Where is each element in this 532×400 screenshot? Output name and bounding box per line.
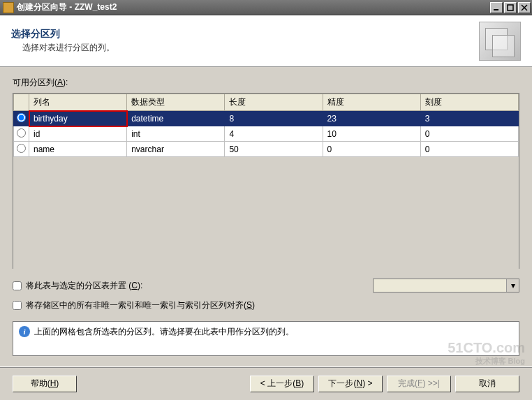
collocate-combo[interactable]: ▾	[373, 279, 519, 292]
cell-precision: 0	[323, 142, 420, 157]
col-header-scale[interactable]: 刻度	[420, 94, 518, 111]
maximize-button[interactable]	[504, 2, 517, 13]
footer: 帮助(H) < 上一步(B) 下一步(N) > 完成(F) >>| 取消	[0, 366, 532, 400]
close-button[interactable]	[518, 2, 531, 13]
cell-precision: 10	[323, 126, 420, 142]
table-row[interactable]: birthydaydatetime8233	[14, 111, 519, 126]
cell-scale: 0	[420, 126, 518, 142]
cell-precision: 23	[323, 111, 420, 126]
page-subtitle: 选择对表进行分区的列。	[22, 42, 479, 54]
align-checkbox[interactable]	[13, 301, 22, 310]
finish-button: 完成(F) >>|	[387, 376, 451, 392]
cell-scale: 3	[420, 111, 518, 126]
col-header-length[interactable]: 长度	[225, 94, 323, 111]
table-empty-area	[13, 157, 519, 272]
align-label: 将存储区中的所有非唯一索引和唯一索引与索引分区列对齐(S)	[26, 299, 255, 311]
chevron-down-icon: ▾	[506, 279, 519, 292]
cell-name: birthyday	[29, 111, 127, 126]
col-header-type[interactable]: 数据类型	[127, 94, 225, 111]
cell-name: id	[29, 126, 127, 142]
columns-table[interactable]: 列名 数据类型 长度 精度 刻度 birthydaydatetime8233id…	[13, 93, 519, 269]
cancel-button[interactable]: 取消	[455, 376, 519, 392]
available-columns-label: 可用分区列(A):	[13, 77, 519, 89]
col-header-name[interactable]: 列名	[29, 94, 127, 111]
cell-type: int	[127, 126, 225, 142]
wizard-graphic	[479, 22, 521, 61]
collocate-label: 将此表与选定的分区表并置 (C):	[26, 280, 142, 292]
collocate-row: 将此表与选定的分区表并置 (C): ▾	[13, 279, 519, 292]
wizard-header: 选择分区列 选择对表进行分区的列。	[0, 15, 532, 67]
info-text: 上面的网格包含所选表的分区列。请选择要在此表中用作分区列的列。	[34, 326, 294, 338]
app-icon	[3, 2, 14, 13]
col-header-precision[interactable]: 精度	[323, 94, 420, 111]
info-icon: i	[19, 326, 30, 337]
help-button[interactable]: 帮助(H)	[13, 376, 77, 392]
next-button[interactable]: 下一步(N) >	[318, 376, 383, 392]
radio-header	[14, 94, 29, 111]
info-box: i 上面的网格包含所选表的分区列。请选择要在此表中用作分区列的列。	[13, 321, 519, 356]
back-button[interactable]: < 上一步(B)	[250, 376, 314, 392]
cell-scale: 0	[420, 142, 518, 157]
titlebar: 创建分区向导 - ZZW_test2	[0, 0, 532, 15]
window-title: 创建分区向导 - ZZW_test2	[17, 1, 490, 13]
minimize-button[interactable]	[490, 2, 503, 13]
table-row[interactable]: idint4100	[14, 126, 519, 142]
cell-name: name	[29, 142, 127, 157]
row-radio[interactable]	[14, 142, 29, 157]
align-row: 将存储区中的所有非唯一索引和唯一索引与索引分区列对齐(S)	[13, 299, 519, 311]
page-title: 选择分区列	[11, 28, 479, 40]
cell-length: 8	[225, 111, 323, 126]
cell-length: 50	[225, 142, 323, 157]
cell-type: datetime	[127, 111, 225, 126]
row-radio[interactable]	[14, 111, 29, 126]
svg-rect-1	[508, 5, 513, 10]
table-row[interactable]: namenvarchar5000	[14, 142, 519, 157]
cell-type: nvarchar	[127, 142, 225, 157]
cell-length: 4	[225, 126, 323, 142]
collocate-checkbox[interactable]	[13, 281, 22, 290]
row-radio[interactable]	[14, 126, 29, 142]
